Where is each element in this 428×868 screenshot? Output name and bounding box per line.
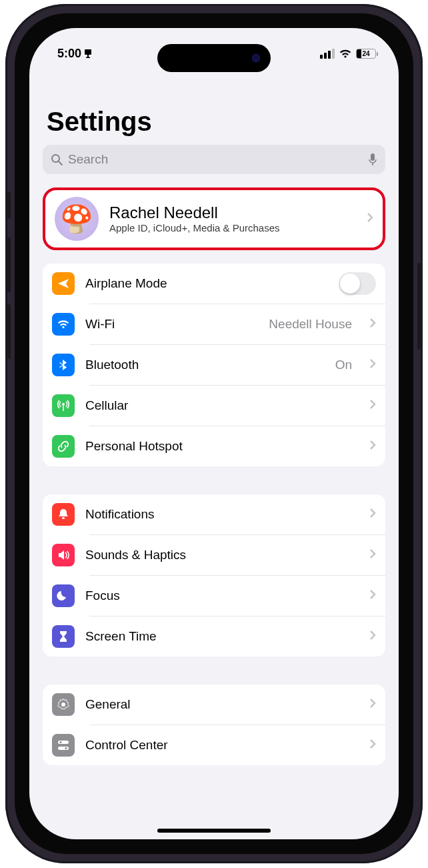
svg-point-12 <box>59 741 61 743</box>
avatar: 🍄 <box>55 197 99 241</box>
search-placeholder: Search <box>68 152 108 167</box>
settings-row-notifications[interactable]: Notifications <box>43 494 385 534</box>
device-frame: 5:00 24 Settings Search <box>5 4 423 863</box>
bluetooth-icon <box>52 354 75 376</box>
settings-row-general[interactable]: General <box>43 685 385 725</box>
settings-row-screentime[interactable]: Screen Time <box>43 616 385 657</box>
settings-row-controlcenter[interactable]: Control Center <box>43 725 385 765</box>
battery-icon: 24 <box>356 49 376 59</box>
svg-line-4 <box>59 161 62 165</box>
mic-icon[interactable] <box>368 153 377 166</box>
row-label: Wi-Fi <box>85 317 115 332</box>
moon-icon <box>52 584 75 607</box>
chevron-right-icon <box>369 588 376 603</box>
row-label: General <box>85 697 131 712</box>
chevron-right-icon <box>369 398 376 413</box>
dynamic-island <box>157 44 271 72</box>
chevron-right-icon <box>369 629 376 644</box>
svg-rect-2 <box>86 57 90 59</box>
svg-rect-9 <box>62 517 65 519</box>
svg-point-14 <box>65 747 67 749</box>
speaker-icon <box>52 544 75 566</box>
screen: 5:00 24 Settings Search <box>29 28 399 839</box>
apple-id-row[interactable]: 🍄 Rachel Needell Apple ID, iCloud+, Medi… <box>45 190 383 248</box>
chevron-right-icon <box>369 738 376 753</box>
row-label: Screen Time <box>85 629 157 644</box>
volume-down-button[interactable] <box>7 304 11 359</box>
chevron-right-icon <box>369 439 376 454</box>
link-icon <box>52 435 75 458</box>
row-label: Cellular <box>85 398 128 413</box>
row-detail: On <box>335 358 352 372</box>
page-title: Settings <box>29 68 399 141</box>
svg-point-7 <box>62 403 65 406</box>
wifi-icon <box>339 49 352 59</box>
cell-signal-icon <box>320 49 335 59</box>
svg-rect-5 <box>371 153 375 161</box>
row-detail: Needell House <box>269 317 352 332</box>
settings-row-cellular[interactable]: Cellular <box>43 386 385 426</box>
volume-up-button[interactable] <box>7 238 11 292</box>
settings-row-hotspot[interactable]: Personal Hotspot <box>43 426 385 466</box>
battery-percent: 24 <box>357 50 375 57</box>
row-label: Control Center <box>85 738 168 753</box>
account-subtitle: Apple ID, iCloud+, Media & Purchases <box>109 222 280 235</box>
home-indicator[interactable] <box>157 829 271 833</box>
chevron-right-icon <box>369 697 376 712</box>
mute-switch[interactable] <box>7 192 11 219</box>
row-label: Notifications <box>85 507 155 522</box>
chevron-right-icon <box>369 548 376 562</box>
notifications-group: NotificationsSounds & HapticsFocusScreen… <box>43 494 385 657</box>
chevron-right-icon <box>369 317 376 332</box>
chevron-right-icon <box>369 358 376 372</box>
account-group: 🍄 Rachel Needell Apple ID, iCloud+, Medi… <box>43 187 385 250</box>
account-name: Rachel Needell <box>109 203 280 222</box>
general-group: GeneralControl Center <box>43 685 385 765</box>
chevron-right-icon <box>367 212 373 226</box>
connectivity-group: Airplane ModeWi-FiNeedell HouseBluetooth… <box>43 264 385 466</box>
settings-row-wifi[interactable]: Wi-FiNeedell House <box>43 304 385 344</box>
svg-rect-0 <box>85 49 91 55</box>
side-button[interactable] <box>417 263 421 350</box>
svg-rect-1 <box>87 55 89 57</box>
wifi-icon <box>52 313 75 336</box>
settings-row-focus[interactable]: Focus <box>43 576 385 616</box>
row-label: Sounds & Haptics <box>85 548 186 562</box>
settings-row-sounds[interactable]: Sounds & Haptics <box>43 535 385 575</box>
toggles-icon <box>52 734 75 757</box>
status-time: 5:00 <box>57 47 81 61</box>
gear-icon <box>52 693 75 716</box>
svg-point-10 <box>61 703 65 707</box>
keynote-icon <box>84 49 92 58</box>
settings-row-airplane[interactable]: Airplane Mode <box>43 264 385 304</box>
hourglass-icon <box>52 625 75 648</box>
airplane-toggle[interactable] <box>339 272 376 295</box>
airplane-icon <box>52 272 75 295</box>
chevron-right-icon <box>369 507 376 522</box>
row-label: Bluetooth <box>85 358 139 372</box>
bell-icon <box>52 503 75 526</box>
row-label: Airplane Mode <box>85 276 167 291</box>
antenna-icon <box>52 394 75 417</box>
row-label: Personal Hotspot <box>85 439 183 454</box>
search-field[interactable]: Search <box>43 145 385 174</box>
settings-row-bluetooth[interactable]: BluetoothOn <box>43 345 385 385</box>
row-label: Focus <box>85 588 120 603</box>
search-icon <box>51 153 63 165</box>
bezel: 5:00 24 Settings Search <box>15 13 413 854</box>
